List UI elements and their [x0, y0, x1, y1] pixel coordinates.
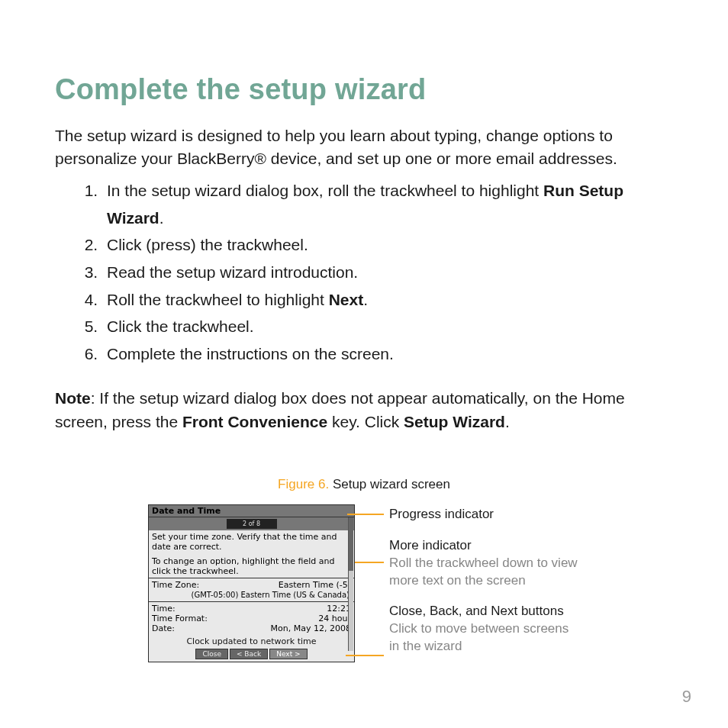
- figure-row: Date and Time 2 of 8 Set your time zone.…: [55, 504, 673, 670]
- note-bold-1: Front Convenience: [182, 413, 327, 430]
- note-mid: key. Click: [327, 413, 404, 430]
- step-2: Click (press) the trackwheel.: [102, 231, 673, 259]
- device-scrollbar[interactable]: [348, 517, 353, 651]
- callout-progress: Progress indicator: [389, 506, 580, 523]
- note-post: .: [505, 413, 510, 430]
- device-footer: Close < Back Next >: [149, 647, 354, 662]
- tz-sub: (GMT-05:00) Eastern Time (US & Canada): [152, 591, 351, 600]
- callout-buttons: Close, Back, and Next buttons Click to m…: [389, 603, 580, 656]
- device-progress-row: 2 of 8: [149, 517, 354, 530]
- step-4-bold: Next: [329, 291, 364, 308]
- device-wrap: Date and Time 2 of 8 Set your time zone.…: [148, 504, 363, 662]
- step-6: Complete the instructions on the screen.: [102, 340, 673, 368]
- note-paragraph: Note: If the setup wizard dialog box doe…: [55, 386, 673, 434]
- device-screenshot: Date and Time 2 of 8 Set your time zone.…: [148, 504, 355, 662]
- device-progress: 2 of 8: [227, 519, 277, 529]
- callout-1-title: Progress indicator: [389, 506, 580, 523]
- device-next-button[interactable]: Next >: [269, 649, 307, 659]
- tz-label: Time Zone:: [152, 580, 199, 590]
- device-back-button[interactable]: < Back: [230, 649, 268, 659]
- tz-value: Eastern Time (-5): [279, 580, 351, 590]
- date-value: Mon, May 12, 2008: [271, 623, 351, 633]
- step-3: Read the setup wizard introduction.: [102, 259, 673, 286]
- step-5: Click the trackwheel.: [102, 313, 673, 340]
- leader-line-2: [355, 562, 384, 563]
- step-1-post: .: [159, 209, 164, 227]
- callout-2-sub: Roll the trackwheel down to view more te…: [389, 555, 580, 590]
- device-line-1: Set your time zone. Verify that the time…: [152, 532, 351, 552]
- leader-line-3: [346, 655, 384, 656]
- device-close-button[interactable]: Close: [195, 649, 228, 659]
- note-bold-2: Setup Wizard: [404, 413, 505, 430]
- intro-paragraph: The setup wizard is designed to help you…: [55, 124, 673, 171]
- callouts: Progress indicator More indicator Roll t…: [389, 504, 580, 670]
- device-body: Set your time zone. Verify that the time…: [149, 530, 354, 647]
- device-title: Date and Time: [149, 505, 354, 517]
- callout-2-title: More indicator: [389, 537, 580, 555]
- fmt-value: 24 hour: [318, 614, 351, 623]
- callout-3-sub: Click to move between screens in the wiz…: [389, 620, 580, 656]
- step-4: Roll the trackwheel to highlight Next.: [102, 286, 673, 314]
- time-label: Time:: [152, 604, 176, 614]
- page-title: Complete the setup wizard: [55, 73, 673, 106]
- device-clock-line: Clock updated to network time: [152, 636, 351, 646]
- step-1-pre: In the setup wizard dialog box, roll the…: [107, 182, 543, 199]
- note-label: Note: [55, 389, 91, 407]
- step-4-pre: Roll the trackwheel to highlight: [107, 291, 329, 308]
- figure-number: Figure 6.: [278, 477, 329, 491]
- figure-caption-text: Setup wizard screen: [329, 477, 450, 491]
- callout-more: More indicator Roll the trackwheel down …: [389, 537, 580, 590]
- fmt-label: Time Format:: [152, 614, 208, 623]
- callout-3-title: Close, Back, and Next buttons: [389, 603, 580, 620]
- steps-list: In the setup wizard dialog box, roll the…: [55, 177, 673, 368]
- step-4-post: .: [363, 291, 368, 308]
- figure-caption: Figure 6. Setup wizard screen: [55, 477, 673, 492]
- device-line-2: To change an option, highlight the field…: [152, 556, 351, 576]
- date-label: Date:: [152, 623, 175, 633]
- page-number: 9: [682, 687, 691, 707]
- step-1: In the setup wizard dialog box, roll the…: [102, 177, 673, 231]
- leader-line-1: [347, 514, 384, 515]
